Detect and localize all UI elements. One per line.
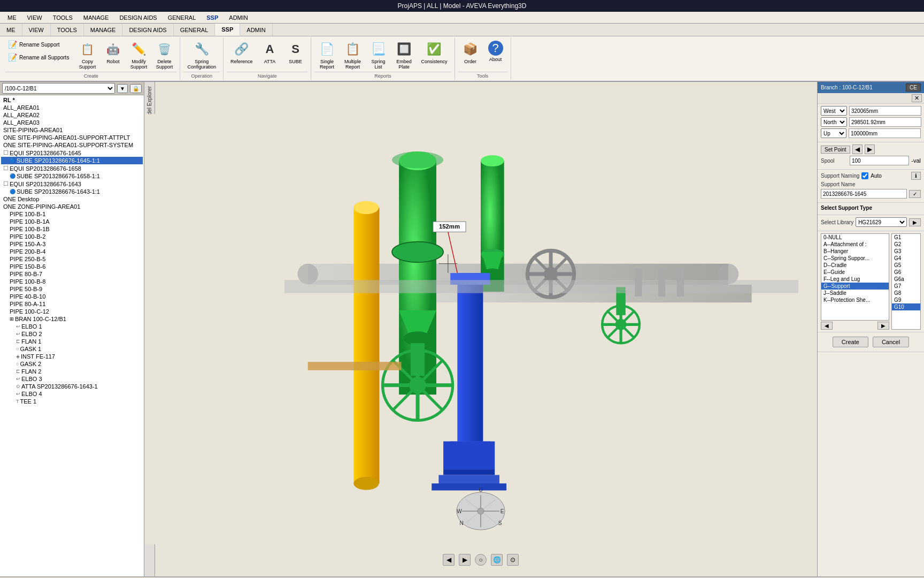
- rename-support-button[interactable]: 📝 Rename Support: [5, 39, 72, 50]
- g6-item[interactable]: G6: [892, 269, 920, 276]
- west-value-input[interactable]: [849, 106, 921, 116]
- tree-item-pipe-100b1[interactable]: PIPE 100-B-1: [1, 210, 143, 218]
- tab-general[interactable]: GENERAL: [174, 24, 215, 36]
- g4-item[interactable]: G4: [892, 255, 920, 262]
- up-direction-select[interactable]: Up Down: [821, 128, 846, 138]
- type-list-prev[interactable]: ◀: [821, 322, 833, 330]
- tree-item-pipe-100b8[interactable]: PIPE 100-B-8: [1, 278, 143, 285]
- tree-item-pipe-80b7[interactable]: PIPE 80-B-7: [1, 270, 143, 278]
- tree-item-elbo1[interactable]: ↩ ELBO 1: [1, 323, 143, 330]
- menu-general[interactable]: GENERAL: [163, 13, 202, 22]
- north-direction-select[interactable]: North South East West: [821, 117, 847, 127]
- tree-item-elbo3[interactable]: ↩ ELBO 3: [1, 375, 143, 383]
- g-code-list[interactable]: G1 G2 G3 G4 G5 G6 G6a G7 G8 G9 G10: [891, 233, 921, 330]
- tree-item-pipe-100b1a[interactable]: PIPE 100-B-1A: [1, 218, 143, 225]
- tree-item-equi-1643[interactable]: ☐ EQUI SP2013286676-1643: [1, 180, 143, 188]
- tree-item-gask1[interactable]: ○ GASK 1: [1, 345, 143, 353]
- tree-item-tee1[interactable]: T TEE 1: [1, 398, 143, 405]
- tree-item-pipe-100b1b[interactable]: PIPE 100-B-1B: [1, 225, 143, 233]
- west-direction-select[interactable]: West East North South: [821, 106, 847, 116]
- tree-item-pipe-150a3[interactable]: PIPE 150-A-3: [1, 240, 143, 248]
- tree-item-bran-100c12[interactable]: ⊞ BRAN 100-C-12/B1: [1, 315, 143, 323]
- support-name-input[interactable]: [821, 189, 907, 199]
- tab-me[interactable]: ME: [0, 24, 22, 36]
- up-value-input[interactable]: [849, 128, 921, 138]
- tree-item-inst-fe117[interactable]: ◈ INST FE-117: [1, 353, 143, 360]
- tree-item-sube-1645[interactable]: 🔵 SUBE SP2013286676-1645-1:1: [1, 157, 143, 164]
- menu-tools[interactable]: TOOLS: [48, 13, 78, 22]
- auto-checkbox[interactable]: [861, 172, 868, 179]
- nav-globe-button[interactable]: 🌐: [491, 554, 503, 566]
- tree-item-area03[interactable]: ALL_AREA03: [1, 119, 143, 126]
- north-value-input[interactable]: [849, 117, 921, 127]
- g2-item[interactable]: G2: [892, 241, 920, 248]
- embed-plate-button[interactable]: 🔲 EmbedPlate: [391, 39, 416, 72]
- tree-item-pipe-50b9[interactable]: PIPE 50-B-9: [1, 285, 143, 293]
- tree-item-flan1[interactable]: ⊏ FLAN 1: [1, 338, 143, 345]
- tab-design-aids[interactable]: DESIGN AIDS: [122, 24, 173, 36]
- nav-target-button[interactable]: ⊙: [507, 554, 519, 566]
- type-a[interactable]: A--Attachment of :: [821, 241, 889, 248]
- type-k[interactable]: K--Protection She...: [821, 296, 889, 303]
- tree-item-gask2[interactable]: ○ GASK 2: [1, 360, 143, 368]
- type-e[interactable]: E--Guide: [821, 269, 889, 276]
- sube-button[interactable]: S SUBE: [283, 39, 307, 66]
- tree-item-pipe-100c12[interactable]: PIPE 100-C-12: [1, 308, 143, 315]
- atta-button[interactable]: A ATTA: [257, 39, 282, 66]
- viewport[interactable]: Model Explorer ✕: [144, 82, 817, 576]
- support-type-list[interactable]: 0-NULL A--Attachment of : B--Hanger C--S…: [821, 233, 889, 321]
- nav-forward-button[interactable]: ▶: [459, 554, 471, 566]
- library-select[interactable]: HG21629: [856, 217, 907, 227]
- g1-item[interactable]: G1: [892, 234, 920, 241]
- g3-item[interactable]: G3: [892, 248, 920, 255]
- tree-item-system[interactable]: ONE SITE-PIPING-AREA01-SUPPORT-SYSTEM: [1, 141, 143, 149]
- tree-item-site-piping[interactable]: SITE-PIPING-AREA01: [1, 126, 143, 134]
- menu-manage[interactable]: MANAGE: [78, 13, 114, 22]
- tree-item-pipe-150b6[interactable]: PIPE 150-B-6: [1, 263, 143, 270]
- type-d[interactable]: D--Cradle: [821, 262, 889, 269]
- robot-button[interactable]: 🤖 Robot: [101, 39, 125, 66]
- support-name-confirm-button[interactable]: ✓: [909, 190, 921, 198]
- g6a-item[interactable]: G6a: [892, 276, 920, 283]
- multiple-report-button[interactable]: 📋 MultipleReport: [340, 39, 365, 72]
- library-next-button[interactable]: ▶: [909, 218, 921, 226]
- type-f[interactable]: F--Leg and Lug: [821, 276, 889, 283]
- tree-item-elbo4[interactable]: ↩ ELBO 4: [1, 390, 143, 398]
- tree-item-equi-1645[interactable]: ☐ EQUI SP2013286676-1645: [1, 149, 143, 157]
- tree-item-pipe-80a11[interactable]: PIPE 80-A-11: [1, 300, 143, 308]
- g5-item[interactable]: G5: [892, 262, 920, 269]
- g8-item[interactable]: G8: [892, 290, 920, 296]
- cancel-button[interactable]: Cancel: [873, 337, 909, 347]
- tree-item-zone-piping[interactable]: ONE ZONE-PIPING-AREA01: [1, 203, 143, 210]
- g7-item[interactable]: G7: [892, 283, 920, 290]
- copy-support-button[interactable]: 📋 CopySupport: [75, 39, 99, 72]
- spool-value-input[interactable]: [850, 156, 909, 165]
- tree-item-flan2[interactable]: ⊏ FLAN 2: [1, 368, 143, 375]
- naming-info-button[interactable]: ℹ: [911, 172, 921, 180]
- tree-item-sube-1643[interactable]: 🔵 SUBE SP2013286676-1643-1:1: [1, 188, 143, 195]
- type-j[interactable]: J--Saddle: [821, 290, 889, 296]
- tree-item-pipe-200b4[interactable]: PIPE 200-B-4: [1, 248, 143, 255]
- next-point-button[interactable]: ▶: [865, 144, 875, 154]
- reference-button[interactable]: 🔗 Reference: [227, 39, 257, 66]
- menu-ssp[interactable]: SSP: [201, 13, 224, 22]
- tree-item-elbo2[interactable]: ↩ ELBO 2: [1, 330, 143, 338]
- tab-admin[interactable]: ADMIN: [240, 24, 272, 36]
- tab-ssp[interactable]: SSP: [215, 24, 240, 36]
- single-report-button[interactable]: 📄 SingleReport: [314, 39, 339, 72]
- type-g[interactable]: G--Support: [821, 283, 889, 290]
- expand-button[interactable]: ▼: [117, 84, 128, 93]
- type-0null[interactable]: 0-NULL: [821, 234, 889, 241]
- ce-button[interactable]: CE: [906, 83, 921, 92]
- tab-manage[interactable]: MANAGE: [84, 24, 123, 36]
- create-button[interactable]: Create: [833, 337, 868, 347]
- tree-item-pipe-250b5[interactable]: PIPE 250-B-5: [1, 255, 143, 263]
- g10-item[interactable]: G10: [892, 303, 920, 310]
- spring-config-button[interactable]: 🔧 SpringConfiguration: [183, 39, 220, 72]
- order-button[interactable]: 📦 Order: [458, 39, 483, 66]
- rename-all-supports-button[interactable]: 📝 Rename all Supports: [5, 51, 72, 63]
- menu-admin[interactable]: ADMIN: [224, 13, 253, 22]
- tree-item-pipe-40b10[interactable]: PIPE 40-B-10: [1, 293, 143, 300]
- consistency-button[interactable]: ✅ Consistency: [417, 39, 451, 66]
- tree-item-equi-1658[interactable]: ☐ EQUI SP2013286676-1658: [1, 164, 143, 172]
